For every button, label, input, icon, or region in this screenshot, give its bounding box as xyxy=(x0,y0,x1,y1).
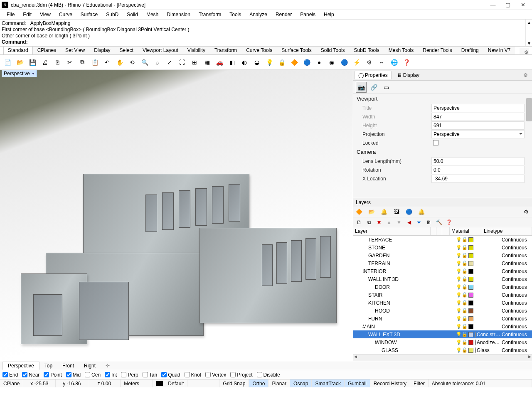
menu-dimension[interactable]: Dimension xyxy=(163,11,195,18)
gear-icon[interactable]: ⚙ xyxy=(523,72,529,78)
lock-icon[interactable]: 🔓 xyxy=(462,292,468,298)
tab-display[interactable]: 🖥Display xyxy=(393,71,423,79)
layer-linetype[interactable]: Continuous xyxy=(501,284,532,290)
cmd-prompt[interactable]: Command: xyxy=(2,39,530,45)
field-height[interactable]: 691 xyxy=(431,121,525,130)
layer-material[interactable]: Anodize… xyxy=(474,340,501,345)
expand-icon[interactable]: ⌄ xyxy=(353,340,374,345)
bell-icon[interactable]: 🔔 xyxy=(381,209,387,215)
print-icon[interactable]: 🖨 xyxy=(40,57,50,67)
bulb-icon[interactable]: 💡 xyxy=(456,316,462,321)
osnap-near[interactable]: Near xyxy=(22,372,39,378)
menu-mesh[interactable]: Mesh xyxy=(142,11,163,18)
status-recordhistory[interactable]: Record History xyxy=(370,379,410,387)
layer-row[interactable]: GLASS💡🔓GlassContinuous xyxy=(353,346,532,354)
lock-icon[interactable]: 🔓 xyxy=(462,237,468,242)
layer-linetype[interactable]: Continuous xyxy=(501,308,532,314)
status-gumball[interactable]: Gumball xyxy=(345,379,370,387)
color-swatch[interactable] xyxy=(468,340,473,345)
layer-row[interactable]: STONE💡🔓Continuous xyxy=(353,244,532,251)
vptab-front[interactable]: Front xyxy=(57,362,79,369)
properties-icon[interactable]: 🔵 xyxy=(302,57,312,67)
layer-linetype[interactable]: Continuous xyxy=(501,347,532,353)
osnap-knot[interactable]: Knot xyxy=(185,372,202,378)
options2-icon[interactable]: ⚙ xyxy=(364,57,374,67)
tbtab-newinv7[interactable]: New in V7 xyxy=(483,46,515,54)
tbtab-setview[interactable]: Set View xyxy=(61,46,89,54)
tbtab-viewportlayout[interactable]: Viewport Layout xyxy=(138,46,183,54)
status-osnap[interactable]: Osnap xyxy=(290,379,312,387)
status-smarttrack[interactable]: SmartTrack xyxy=(312,379,345,387)
color-swatch[interactable] xyxy=(468,300,473,305)
layer-row[interactable]: ⌄MAIN💡🔓Continuous xyxy=(353,323,532,330)
status-tolerance[interactable]: Absolute tolerance: 0.01 xyxy=(429,379,532,387)
properties-scroll[interactable]: Viewport TitlePerspective Width847 Heigh… xyxy=(353,94,532,198)
layer-linetype[interactable]: Continuous xyxy=(501,268,532,274)
layer-material[interactable]: Conc stri… xyxy=(474,332,501,337)
status-layer[interactable]: Default xyxy=(153,379,219,387)
zoom-icon[interactable]: 🔍 xyxy=(140,57,150,67)
rotate-icon[interactable]: ⟲ xyxy=(127,57,137,67)
lollipop-icon[interactable]: 🔗 xyxy=(368,82,379,93)
expand-icon[interactable]: ⌄ xyxy=(353,332,367,337)
new-sublayer-icon[interactable]: ⧉ xyxy=(366,219,372,226)
osnap-cen[interactable]: Cen xyxy=(85,372,101,378)
sphere-icon[interactable]: 🔵 xyxy=(339,57,349,67)
tbtab-display[interactable]: Display xyxy=(89,46,115,54)
new-icon[interactable]: 📄 xyxy=(2,57,12,67)
tool-icon[interactable]: 🗎 xyxy=(426,219,432,226)
viewport[interactable]: Perspective ▼ xyxy=(0,70,353,361)
layer-linetype[interactable]: Continuous xyxy=(501,276,532,282)
bulb-icon[interactable]: 💡 xyxy=(456,292,462,298)
close-button[interactable]: ✕ xyxy=(515,0,530,10)
layer-material[interactable]: Glass xyxy=(474,347,501,353)
menu-curve[interactable]: Curve xyxy=(55,11,76,18)
help-icon[interactable]: ❓ xyxy=(446,219,452,226)
layers-table[interactable]: TERRACE💡🔓ContinuousSTONE💡🔓ContinuousGARD… xyxy=(353,236,532,354)
checkbox[interactable] xyxy=(85,372,90,377)
layer-linetype[interactable]: Continuous xyxy=(501,253,532,259)
menu-panels[interactable]: Panels xyxy=(296,11,320,18)
filter-icon[interactable]: 🌐 xyxy=(389,57,399,67)
pan-icon[interactable]: ✋ xyxy=(115,57,125,67)
lock-icon[interactable]: 🔓 xyxy=(462,268,468,274)
status-planar[interactable]: Planar xyxy=(268,379,290,387)
bulb-icon[interactable]: 💡 xyxy=(456,340,462,345)
status-cplane[interactable]: CPlane xyxy=(0,379,23,387)
layer-row[interactable]: ⌄KITCHEN💡🔓Continuous xyxy=(353,299,532,307)
hammer-icon[interactable]: 🔨 xyxy=(436,219,442,226)
tbtab-subdtools[interactable]: SubD Tools xyxy=(350,46,384,54)
bulb-icon[interactable]: 💡 xyxy=(456,245,462,250)
lock-icon[interactable]: 🔓 xyxy=(462,316,468,321)
col-linetype[interactable]: Linetype xyxy=(482,227,532,235)
color-swatch[interactable] xyxy=(468,261,473,266)
osnap-quad[interactable]: Quad xyxy=(161,372,180,378)
menu-help[interactable]: Help xyxy=(320,11,338,18)
menu-render[interactable]: Render xyxy=(271,11,296,18)
bell2-icon[interactable]: 🔔 xyxy=(418,209,425,215)
undo-icon[interactable]: ↶ xyxy=(102,57,112,67)
lock-icon[interactable]: 🔓 xyxy=(462,340,468,345)
status-ortho[interactable]: Ortho xyxy=(249,379,268,387)
layer-linetype[interactable]: Continuous xyxy=(501,237,532,243)
osnap-point[interactable]: Point xyxy=(44,372,62,378)
lock-icon[interactable]: 🔓 xyxy=(462,347,468,353)
lock-icon[interactable]: 🔒 xyxy=(277,57,287,67)
tbtab-drafting[interactable]: Drafting xyxy=(457,46,483,54)
open-icon[interactable]: 📂 xyxy=(368,209,375,215)
zoom-extents-all-icon[interactable]: ⊞ xyxy=(190,57,200,67)
layer-row[interactable]: ⌄WALL EXT 3D💡🔓Conc stri…Continuous xyxy=(353,330,532,338)
tbtab-standard[interactable]: Standard xyxy=(3,46,33,54)
lock-icon[interactable]: 🔓 xyxy=(462,300,468,305)
cplane-icon[interactable]: 🚗 xyxy=(214,57,224,67)
layer-linetype[interactable]: Continuous xyxy=(501,292,532,298)
checkbox[interactable] xyxy=(2,372,8,377)
light-icon[interactable]: 💡 xyxy=(264,57,274,67)
layer-row[interactable]: HOOD💡🔓Continuous xyxy=(353,307,532,315)
expand-icon[interactable]: ⌄ xyxy=(353,277,367,281)
4view-icon[interactable]: ▦ xyxy=(202,57,212,67)
menu-analyze[interactable]: Analyze xyxy=(245,11,271,18)
col-material[interactable]: Material xyxy=(450,227,482,235)
field-lens[interactable]: 50.0 xyxy=(431,157,525,165)
bulb-icon[interactable]: 💡 xyxy=(456,284,462,290)
